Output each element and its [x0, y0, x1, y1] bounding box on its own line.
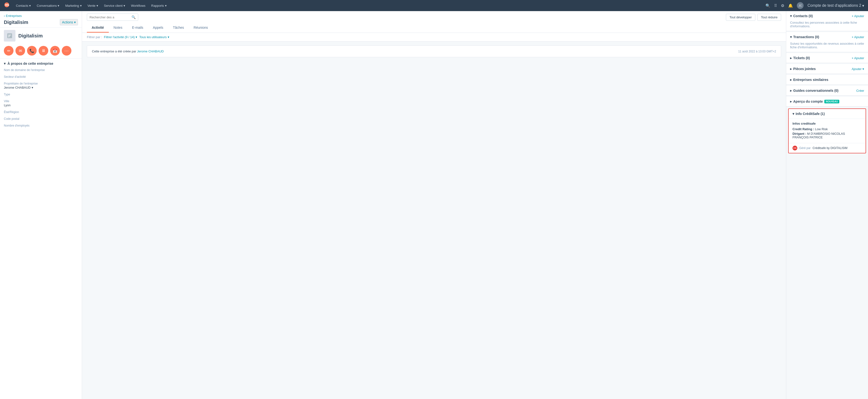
chevron-down-icon — [29, 4, 31, 7]
nav-workflows[interactable]: Workflows — [129, 3, 148, 8]
contacts-add-button[interactable]: + Ajouter — [851, 14, 864, 18]
guides-create-button[interactable]: Créer — [856, 89, 864, 92]
apercu-header[interactable]: Aperçu du compte NOUVEAU — [786, 96, 868, 106]
guides-header[interactable]: Guides conversationnels (0) Créer — [786, 86, 868, 95]
search-icon[interactable]: 🔍 — [766, 3, 770, 8]
contacts-section-header[interactable]: Contacts (0) + Ajouter — [786, 11, 868, 21]
nav-vente[interactable]: Vente — [85, 3, 101, 8]
creator-link[interactable]: Jerome CHABAUD — [137, 50, 164, 53]
tabs-row: Activité Notes E-mails Appels Tâches Réu… — [87, 23, 781, 33]
nav-service-client[interactable]: Service client — [101, 3, 128, 8]
search-expand-row: 🔍 Tout développer Tout réduire — [87, 11, 781, 23]
chevron-left-icon: ‹ — [4, 14, 5, 18]
field-code-postal: Code postal — [4, 117, 78, 120]
email-button[interactable]: ✉ — [16, 46, 25, 56]
entreprises-similaires-title: Entreprises similaires — [790, 78, 829, 82]
chevron-down-icon — [165, 4, 167, 7]
nouveau-badge: NOUVEAU — [824, 100, 839, 103]
edit-button[interactable]: ✏ — [4, 46, 13, 56]
hubspot-logo[interactable]: HS — [4, 2, 10, 9]
about-header[interactable]: À propos de cette entreprise — [4, 62, 78, 65]
center-toolbar: 🔍 Tout développer Tout réduire Activité … — [82, 11, 786, 33]
right-section-apercu: Aperçu du compte NOUVEAU — [786, 96, 868, 107]
creditsafe-header[interactable]: Info CréditSafe (1) — [788, 109, 866, 119]
left-panel: ‹ Entreprises Digitalisim Actions Digita… — [0, 11, 82, 399]
expand-icon — [790, 67, 792, 71]
credit-rating-value: Low Risk — [815, 127, 828, 131]
nav-rapports[interactable]: Rapports — [149, 3, 169, 8]
dropdown-arrow-icon[interactable]: ▾ — [32, 86, 33, 89]
pieces-jointes-add-button[interactable]: Ajouter ▾ — [851, 67, 864, 71]
tab-notes[interactable]: Notes — [109, 23, 127, 33]
field-domain: Nom de domaine de l'entreprise — [4, 68, 78, 72]
tickets-section-header[interactable]: Tickets (0) + Ajouter — [786, 53, 868, 63]
tab-emails[interactable]: E-mails — [127, 23, 148, 33]
svg-rect-5 — [8, 37, 9, 37]
tab-taches[interactable]: Tâches — [168, 23, 189, 33]
dirigeant-row: Dirigant : M D'AMBROSIO NICOLAS FRANÇOIS… — [793, 132, 862, 139]
transactions-description: Suivez les opportunités de revenus assoc… — [786, 42, 868, 52]
center-panel: 🔍 Tout développer Tout réduire Activité … — [82, 11, 786, 399]
breadcrumb[interactable]: ‹ Entreprises — [4, 14, 78, 18]
pieces-jointes-title: Pièces jointes — [790, 67, 816, 71]
collapse-all-button[interactable]: Tout réduire — [757, 14, 781, 21]
apps-icon[interactable]: ⠿ — [774, 3, 777, 8]
users-filter-button[interactable]: Tous les utilisateurs — [139, 35, 169, 39]
search-input[interactable] — [90, 16, 130, 19]
field-etat: État/Région — [4, 110, 78, 114]
chevron-down-icon — [74, 20, 76, 24]
nav-marketing[interactable]: Marketing — [63, 3, 84, 8]
creditsafe-body: Infos creditsafe Credit Rating : Low Ris… — [788, 119, 866, 143]
nav-utility-icons: 🔍 ⠿ ⚙ 🔔 JC Compte de test d'applications… — [766, 2, 864, 9]
pieces-jointes-header[interactable]: Pièces jointes Ajouter ▾ — [786, 64, 868, 74]
activity-filter-button[interactable]: Filtrer l'activité (9 / 14) — [104, 35, 137, 39]
field-type: Type — [4, 93, 78, 96]
transactions-add-button[interactable]: + Ajouter — [851, 35, 864, 39]
company-name: Digitalisim — [18, 33, 43, 39]
field-ville: Ville Lyon — [4, 99, 78, 107]
account-switcher[interactable]: Compte de test d'applications 2 — [807, 3, 864, 8]
nav-contacts[interactable]: Contacts — [13, 3, 33, 8]
expand-icon — [790, 99, 792, 103]
action-icons-row: ✏ ✉ 📞 🖥 📅 ··· — [0, 44, 82, 58]
search-box[interactable]: 🔍 — [87, 13, 138, 21]
meeting-button[interactable]: 📅 — [50, 46, 60, 56]
expand-all-button[interactable]: Tout développer — [726, 14, 755, 21]
activity-text: Cette entreprise a été créée par Jerome … — [92, 50, 164, 53]
creditsafe-link[interactable]: Créditsafe by DIGITALISIM — [812, 146, 847, 150]
transactions-title: Transactions (0) — [790, 35, 819, 39]
right-panel: Contacts (0) + Ajouter Consultez les per… — [786, 11, 868, 399]
avatar[interactable]: JC — [797, 2, 804, 9]
tab-activite[interactable]: Activité — [87, 23, 109, 33]
entreprises-similaires-header[interactable]: Entreprises similaires — [786, 75, 868, 85]
about-section: À propos de cette entreprise Nom de doma… — [0, 59, 82, 134]
more-actions-button[interactable]: ··· — [62, 46, 71, 56]
notifications-icon[interactable]: 🔔 — [788, 3, 793, 8]
contacts-description: Consultez les personnes associées à cett… — [786, 21, 868, 31]
chevron-down-icon — [96, 4, 98, 7]
account-label: Compte de test d'applications 2 — [807, 3, 861, 8]
apercu-title: Aperçu du compte NOUVEAU — [790, 99, 839, 103]
nav-conversations[interactable]: Conversations — [34, 3, 62, 8]
screen-share-button[interactable]: 🖥 — [39, 46, 48, 56]
right-section-pieces-jointes: Pièces jointes Ajouter ▾ — [786, 64, 868, 74]
tickets-title: Tickets (0) — [790, 56, 810, 60]
company-icon-area: Digitalisim — [0, 28, 82, 44]
phone-button[interactable]: 📞 — [27, 46, 37, 56]
field-secteur: Secteur d'activité — [4, 75, 78, 79]
expand-icon — [790, 89, 792, 92]
settings-icon[interactable]: ⚙ — [781, 3, 784, 8]
right-section-contacts: Contacts (0) + Ajouter Consultez les per… — [786, 11, 868, 31]
tab-appels[interactable]: Appels — [148, 23, 168, 33]
actions-button[interactable]: Actions — [60, 19, 78, 25]
tickets-add-button[interactable]: + Ajouter — [851, 56, 864, 60]
tab-reunions[interactable]: Réunions — [189, 23, 213, 33]
transactions-section-header[interactable]: Transactions (0) + Ajouter — [786, 32, 868, 42]
chevron-down-icon — [862, 3, 864, 8]
owner-value: Jerome CHABAUD ▾ — [4, 86, 78, 89]
creditsafe-title: Info CréditSafe (1) — [793, 112, 825, 116]
expand-collapse-buttons: Tout développer Tout réduire — [726, 14, 781, 21]
activity-card: Cette entreprise a été créée par Jerome … — [87, 46, 781, 57]
chevron-down-icon — [58, 4, 59, 7]
collapse-icon — [790, 35, 792, 39]
